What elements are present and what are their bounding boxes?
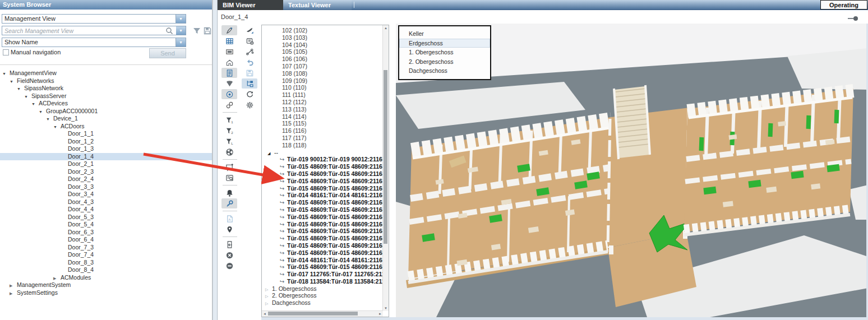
tree-item-door_5_4[interactable]: Door_5_4	[0, 221, 212, 229]
tree-item-sipassserver[interactable]: ▼SipassServer	[0, 92, 212, 100]
bell-button[interactable]	[221, 188, 237, 198]
room-item[interactable]: 118 (118)	[262, 142, 383, 149]
tree-item-door_8_4[interactable]: Door_8_4	[0, 266, 212, 274]
door-event-item[interactable]: ↪Tür-015 48609:Tür-015 48609:211639	[262, 185, 383, 192]
comment-button[interactable]	[221, 162, 237, 172]
fly-mode-button[interactable]	[242, 25, 257, 35]
room-item[interactable]: 111 (111)	[262, 91, 383, 99]
search-icon[interactable]	[165, 26, 174, 35]
scroll-down-icon[interactable]: ▼	[383, 305, 389, 311]
tree-item-acdevices[interactable]: ▼ACDevices	[0, 100, 212, 108]
room-item[interactable]: 112 (112)	[262, 99, 383, 106]
save-button[interactable]	[242, 68, 257, 78]
collapsed-icon[interactable]: ▶	[53, 275, 61, 282]
panel-splitter[interactable]	[213, 0, 218, 320]
tree-item-door_4_4[interactable]: Door_4_4	[0, 206, 212, 214]
collapsed-icon[interactable]: ▶	[10, 290, 17, 298]
tab-textual-viewer[interactable]: Textual Viewer	[283, 0, 352, 10]
hierarchy-button[interactable]	[242, 78, 257, 89]
tree-item-door_1_3[interactable]: Door_1_3	[0, 145, 212, 153]
expanded-icon[interactable]: ▼	[31, 100, 39, 108]
door-event-item[interactable]: ↪Tür-017 112765:Tür-017 112765:211680	[262, 271, 383, 278]
door-event-item[interactable]: ↪Tür-014 48161:Tür-014 48161:211652	[262, 257, 383, 264]
tree-item-systemsettings[interactable]: ▶SystemSettings	[0, 289, 212, 297]
door-event-item[interactable]: ↪Tür-015 48609:Tür-015 48609:211642	[262, 199, 383, 206]
collapsed-icon[interactable]: ▶	[10, 282, 17, 290]
room-item[interactable]: 117 (117)	[262, 135, 383, 142]
tree-item-door_5_3[interactable]: Door_5_3	[0, 214, 212, 221]
pdf-button[interactable]: A	[221, 214, 237, 224]
view-cone-button[interactable]	[221, 78, 237, 89]
door-event-item[interactable]: ↪Tür-018 113584:Tür-018 113584:211682	[262, 278, 383, 285]
tree-item-device_1[interactable]: ▼Device_1	[0, 115, 212, 123]
room-item[interactable]: 115 (115)	[262, 120, 383, 127]
floor-popup-item-2-obergeschoss[interactable]: 2. Obergeschoss	[399, 57, 490, 67]
scroll-right-icon[interactable]: ►	[377, 311, 383, 317]
floor-popup-item-keller[interactable]: Keller	[399, 29, 490, 39]
floor-node-dachgeschoss[interactable]: ▷Dachgeschoss	[262, 299, 383, 307]
send-button[interactable]: Send	[149, 48, 186, 58]
floor-node-2-obergeschoss[interactable]: ▷2. Obergeschoss	[262, 292, 383, 299]
filter-1-button[interactable]: 1	[221, 115, 237, 125]
link-circles-button[interactable]	[221, 100, 237, 110]
door-group-node[interactable]: ◢--	[262, 149, 383, 156]
room-item[interactable]: 104 (104)	[262, 41, 383, 49]
room-item[interactable]: 105 (105)	[262, 48, 383, 55]
floor-popup-item-dachgeschoss[interactable]: Dachgeschoss	[399, 66, 490, 76]
search-dropdown-icon[interactable]: ▼	[176, 26, 186, 35]
collapsed-icon[interactable]: ▷	[265, 300, 272, 308]
badge-search-button[interactable]	[221, 173, 237, 183]
tree-item-door_3_3[interactable]: Door_3_3	[0, 183, 212, 191]
door-event-item[interactable]: ↪Tür-014 48161:Tür-014 48161:211641	[262, 192, 383, 199]
measure-button[interactable]	[242, 47, 257, 57]
expanded-icon[interactable]: ▼	[46, 115, 53, 123]
room-item[interactable]: 109 (109)	[262, 77, 383, 85]
radiation-button[interactable]	[221, 147, 237, 157]
tree-item-managementview[interactable]: ▼ManagementView	[0, 69, 212, 77]
display-mode-dropdown[interactable]: Show Name ▼	[2, 38, 186, 47]
note-settings-button[interactable]	[242, 36, 257, 46]
room-item[interactable]: 106 (106)	[262, 55, 383, 63]
scroll-up-icon[interactable]: ▲	[383, 25, 389, 31]
door-event-item[interactable]: ↪Tür-015 48609:Tür-015 48609:211647	[262, 228, 383, 235]
scroll-left-icon[interactable]: ◄	[262, 311, 267, 317]
tree-item-groupacc0000001[interactable]: ▼GroupACC0000001	[0, 108, 212, 115]
block-button[interactable]	[221, 261, 237, 271]
tree-item-door_2_1[interactable]: Door_2_1	[0, 160, 212, 168]
tree-item-door_1_2[interactable]: Door_1_2	[0, 138, 212, 146]
expanded-icon[interactable]: ▼	[53, 123, 61, 131]
pen-button[interactable]	[221, 25, 237, 35]
door-event-item[interactable]: ↪Tür-015 48609:Tür-015 48609:211637	[262, 170, 383, 178]
refresh-button[interactable]	[242, 89, 257, 99]
door-event-item[interactable]: ↪Tür-015 48609:Tür-015 48609:211650	[262, 249, 383, 257]
view-selector-dropdown[interactable]: Management View ▼	[2, 14, 186, 24]
tree-item-door_6_4[interactable]: Door_6_4	[0, 236, 212, 244]
undo-button[interactable]	[242, 57, 257, 67]
door-event-item[interactable]: ↪Tür-015 48609:Tür-015 48609:211648	[262, 235, 383, 242]
horizontal-scrollbar[interactable]: ◄ ►	[262, 310, 383, 317]
filter-2-button[interactable]: 2	[221, 126, 237, 136]
search-input[interactable]	[2, 26, 186, 35]
location-pin-button[interactable]	[221, 224, 237, 234]
room-item[interactable]: 108 (108)	[262, 70, 383, 77]
manual-navigation-checkbox[interactable]	[3, 49, 9, 55]
door-event-item[interactable]: ↪Tür-015 48609:Tür-015 48609:211645	[262, 214, 383, 221]
expanded-icon[interactable]: ▼	[39, 108, 46, 116]
target-button[interactable]	[221, 89, 237, 99]
pin-icon[interactable]	[848, 16, 858, 21]
door-event-item[interactable]: ↪Tür-015 48609:Tür-015 48609:211646	[262, 221, 383, 228]
expanded-icon[interactable]: ▼	[24, 93, 31, 101]
chevron-down-icon[interactable]: ▼	[176, 15, 186, 23]
filter-l-button[interactable]: L	[221, 136, 237, 146]
home-button[interactable]	[221, 57, 237, 67]
door-event-item[interactable]: ↪Tür-019 90012:Tür-019 90012:211607	[262, 156, 383, 163]
scrollbar-thumb[interactable]	[268, 312, 358, 316]
key-button[interactable]	[221, 198, 237, 208]
operating-mode-button[interactable]: Operating	[820, 0, 867, 10]
tree-item-door_1_4[interactable]: Door_1_4	[0, 153, 212, 161]
tree-item-door_1_1[interactable]: Door_1_1	[0, 130, 212, 138]
door-event-item[interactable]: ↪Tür-015 48609:Tür-015 48609:211649	[262, 242, 383, 249]
expanded-icon[interactable]: ▼	[10, 78, 17, 86]
tree-item-door_2_3[interactable]: Door_2_3	[0, 168, 212, 176]
door-event-item[interactable]: ↪Tür-015 48609:Tür-015 48609:211636	[262, 163, 383, 170]
